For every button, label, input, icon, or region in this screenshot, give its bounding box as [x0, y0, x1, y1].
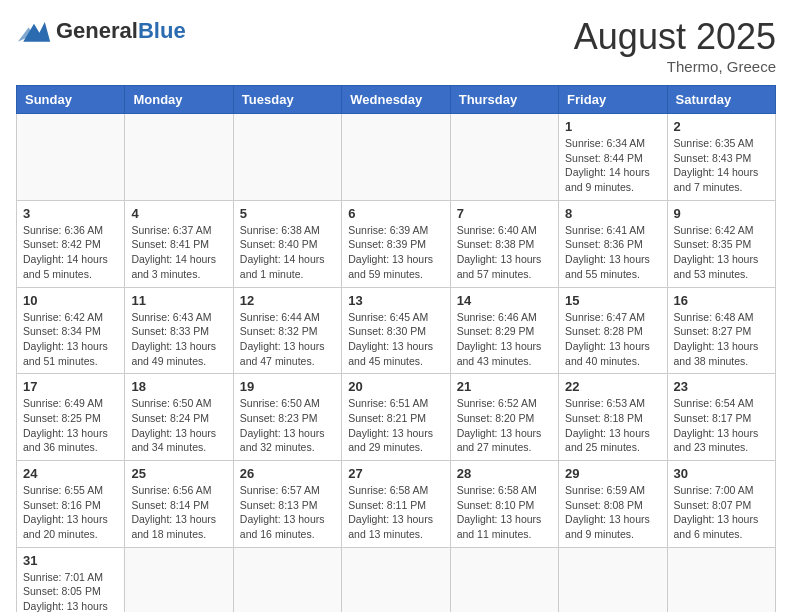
- calendar-cell: [233, 547, 341, 612]
- day-info: Sunrise: 6:39 AM Sunset: 8:39 PM Dayligh…: [348, 223, 443, 282]
- day-info: Sunrise: 6:37 AM Sunset: 8:41 PM Dayligh…: [131, 223, 226, 282]
- calendar-cell: 9Sunrise: 6:42 AM Sunset: 8:35 PM Daylig…: [667, 200, 775, 287]
- day-info: Sunrise: 6:48 AM Sunset: 8:27 PM Dayligh…: [674, 310, 769, 369]
- day-info: Sunrise: 6:44 AM Sunset: 8:32 PM Dayligh…: [240, 310, 335, 369]
- day-info: Sunrise: 6:40 AM Sunset: 8:38 PM Dayligh…: [457, 223, 552, 282]
- weekday-header-row: SundayMondayTuesdayWednesdayThursdayFrid…: [17, 86, 776, 114]
- calendar-cell: 30Sunrise: 7:00 AM Sunset: 8:07 PM Dayli…: [667, 461, 775, 548]
- day-number: 4: [131, 206, 226, 221]
- day-number: 18: [131, 379, 226, 394]
- calendar-cell: 27Sunrise: 6:58 AM Sunset: 8:11 PM Dayli…: [342, 461, 450, 548]
- day-number: 8: [565, 206, 660, 221]
- calendar-cell: 8Sunrise: 6:41 AM Sunset: 8:36 PM Daylig…: [559, 200, 667, 287]
- calendar-cell: [125, 547, 233, 612]
- day-number: 25: [131, 466, 226, 481]
- calendar: SundayMondayTuesdayWednesdayThursdayFrid…: [16, 85, 776, 612]
- day-number: 7: [457, 206, 552, 221]
- day-info: Sunrise: 6:42 AM Sunset: 8:34 PM Dayligh…: [23, 310, 118, 369]
- day-info: Sunrise: 6:34 AM Sunset: 8:44 PM Dayligh…: [565, 136, 660, 195]
- calendar-week-row: 24Sunrise: 6:55 AM Sunset: 8:16 PM Dayli…: [17, 461, 776, 548]
- day-info: Sunrise: 6:59 AM Sunset: 8:08 PM Dayligh…: [565, 483, 660, 542]
- weekday-header: Friday: [559, 86, 667, 114]
- day-number: 12: [240, 293, 335, 308]
- title-section: August 2025 Thermo, Greece: [574, 16, 776, 75]
- calendar-cell: 22Sunrise: 6:53 AM Sunset: 8:18 PM Dayli…: [559, 374, 667, 461]
- day-number: 30: [674, 466, 769, 481]
- day-info: Sunrise: 6:56 AM Sunset: 8:14 PM Dayligh…: [131, 483, 226, 542]
- calendar-cell: 26Sunrise: 6:57 AM Sunset: 8:13 PM Dayli…: [233, 461, 341, 548]
- day-number: 27: [348, 466, 443, 481]
- day-info: Sunrise: 6:58 AM Sunset: 8:10 PM Dayligh…: [457, 483, 552, 542]
- logo-text: GeneralBlue: [56, 18, 186, 44]
- day-info: Sunrise: 6:47 AM Sunset: 8:28 PM Dayligh…: [565, 310, 660, 369]
- location: Thermo, Greece: [574, 58, 776, 75]
- day-number: 13: [348, 293, 443, 308]
- day-info: Sunrise: 6:50 AM Sunset: 8:23 PM Dayligh…: [240, 396, 335, 455]
- calendar-cell: 24Sunrise: 6:55 AM Sunset: 8:16 PM Dayli…: [17, 461, 125, 548]
- calendar-cell: 6Sunrise: 6:39 AM Sunset: 8:39 PM Daylig…: [342, 200, 450, 287]
- calendar-cell: [450, 547, 558, 612]
- calendar-cell: 3Sunrise: 6:36 AM Sunset: 8:42 PM Daylig…: [17, 200, 125, 287]
- day-info: Sunrise: 6:52 AM Sunset: 8:20 PM Dayligh…: [457, 396, 552, 455]
- calendar-week-row: 3Sunrise: 6:36 AM Sunset: 8:42 PM Daylig…: [17, 200, 776, 287]
- calendar-cell: 14Sunrise: 6:46 AM Sunset: 8:29 PM Dayli…: [450, 287, 558, 374]
- day-info: Sunrise: 7:00 AM Sunset: 8:07 PM Dayligh…: [674, 483, 769, 542]
- calendar-cell: 7Sunrise: 6:40 AM Sunset: 8:38 PM Daylig…: [450, 200, 558, 287]
- day-info: Sunrise: 6:36 AM Sunset: 8:42 PM Dayligh…: [23, 223, 118, 282]
- calendar-cell: 4Sunrise: 6:37 AM Sunset: 8:41 PM Daylig…: [125, 200, 233, 287]
- calendar-cell: 20Sunrise: 6:51 AM Sunset: 8:21 PM Dayli…: [342, 374, 450, 461]
- day-info: Sunrise: 6:58 AM Sunset: 8:11 PM Dayligh…: [348, 483, 443, 542]
- day-number: 31: [23, 553, 118, 568]
- day-number: 1: [565, 119, 660, 134]
- calendar-cell: 29Sunrise: 6:59 AM Sunset: 8:08 PM Dayli…: [559, 461, 667, 548]
- day-info: Sunrise: 6:50 AM Sunset: 8:24 PM Dayligh…: [131, 396, 226, 455]
- day-info: Sunrise: 6:55 AM Sunset: 8:16 PM Dayligh…: [23, 483, 118, 542]
- day-info: Sunrise: 6:57 AM Sunset: 8:13 PM Dayligh…: [240, 483, 335, 542]
- day-info: Sunrise: 6:43 AM Sunset: 8:33 PM Dayligh…: [131, 310, 226, 369]
- day-number: 23: [674, 379, 769, 394]
- calendar-cell: [125, 114, 233, 201]
- calendar-cell: 23Sunrise: 6:54 AM Sunset: 8:17 PM Dayli…: [667, 374, 775, 461]
- day-number: 29: [565, 466, 660, 481]
- calendar-cell: [450, 114, 558, 201]
- calendar-cell: 16Sunrise: 6:48 AM Sunset: 8:27 PM Dayli…: [667, 287, 775, 374]
- month-year: August 2025: [574, 16, 776, 58]
- calendar-cell: [342, 547, 450, 612]
- calendar-week-row: 1Sunrise: 6:34 AM Sunset: 8:44 PM Daylig…: [17, 114, 776, 201]
- day-number: 28: [457, 466, 552, 481]
- day-number: 20: [348, 379, 443, 394]
- day-number: 21: [457, 379, 552, 394]
- calendar-cell: 13Sunrise: 6:45 AM Sunset: 8:30 PM Dayli…: [342, 287, 450, 374]
- day-info: Sunrise: 6:53 AM Sunset: 8:18 PM Dayligh…: [565, 396, 660, 455]
- calendar-cell: 31Sunrise: 7:01 AM Sunset: 8:05 PM Dayli…: [17, 547, 125, 612]
- day-info: Sunrise: 6:41 AM Sunset: 8:36 PM Dayligh…: [565, 223, 660, 282]
- day-number: 24: [23, 466, 118, 481]
- day-number: 3: [23, 206, 118, 221]
- logo-general: General: [56, 18, 138, 43]
- calendar-cell: 28Sunrise: 6:58 AM Sunset: 8:10 PM Dayli…: [450, 461, 558, 548]
- weekday-header: Wednesday: [342, 86, 450, 114]
- day-number: 19: [240, 379, 335, 394]
- weekday-header: Thursday: [450, 86, 558, 114]
- day-number: 22: [565, 379, 660, 394]
- weekday-header: Tuesday: [233, 86, 341, 114]
- calendar-cell: 1Sunrise: 6:34 AM Sunset: 8:44 PM Daylig…: [559, 114, 667, 201]
- logo: GeneralBlue: [16, 16, 186, 46]
- calendar-cell: 11Sunrise: 6:43 AM Sunset: 8:33 PM Dayli…: [125, 287, 233, 374]
- calendar-cell: [17, 114, 125, 201]
- day-number: 11: [131, 293, 226, 308]
- day-number: 2: [674, 119, 769, 134]
- day-info: Sunrise: 6:45 AM Sunset: 8:30 PM Dayligh…: [348, 310, 443, 369]
- day-number: 5: [240, 206, 335, 221]
- day-number: 16: [674, 293, 769, 308]
- day-info: Sunrise: 6:49 AM Sunset: 8:25 PM Dayligh…: [23, 396, 118, 455]
- calendar-cell: 25Sunrise: 6:56 AM Sunset: 8:14 PM Dayli…: [125, 461, 233, 548]
- day-info: Sunrise: 6:51 AM Sunset: 8:21 PM Dayligh…: [348, 396, 443, 455]
- weekday-header: Saturday: [667, 86, 775, 114]
- day-number: 9: [674, 206, 769, 221]
- day-number: 14: [457, 293, 552, 308]
- day-number: 15: [565, 293, 660, 308]
- calendar-cell: 12Sunrise: 6:44 AM Sunset: 8:32 PM Dayli…: [233, 287, 341, 374]
- day-info: Sunrise: 6:35 AM Sunset: 8:43 PM Dayligh…: [674, 136, 769, 195]
- logo-blue: Blue: [138, 18, 186, 43]
